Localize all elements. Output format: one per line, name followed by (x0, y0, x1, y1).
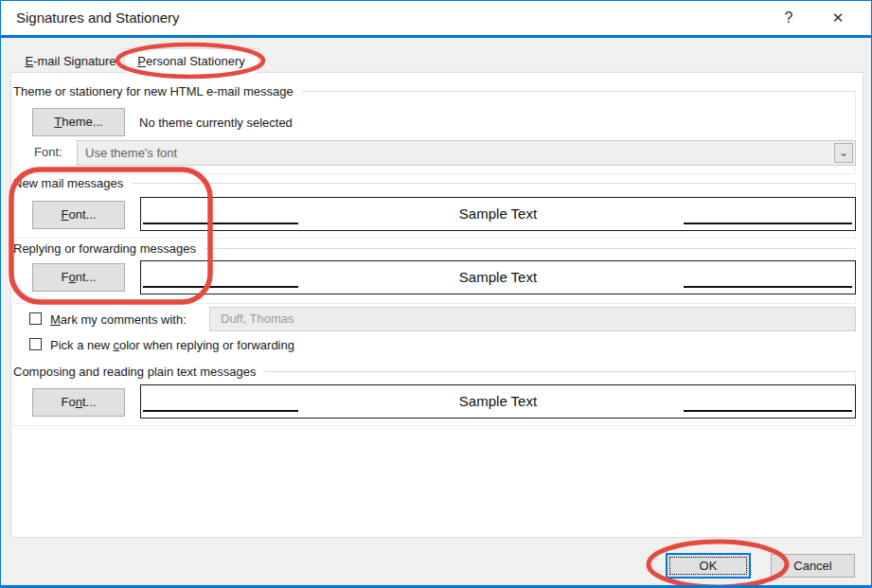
close-icon: ✕ (832, 9, 845, 26)
help-icon: ? (785, 9, 793, 26)
signatures-and-stationery-dialog: Signatures and Stationery ? ✕ E-mail Sig… (0, 0, 872, 588)
titlebar-accent-line (1, 35, 871, 38)
plain-text-group: Composing and reading plain text message… (13, 371, 856, 426)
tab-email-signature[interactable]: E-mail Signature (21, 52, 120, 72)
chevron-down-icon: ⌄ (834, 143, 853, 163)
theme-status-text: No theme currently selected (139, 116, 293, 131)
replying-forwarding-group: Replying or forwarding messages Font... … (13, 248, 856, 304)
theme-group-label: Theme or stationery for new HTML e-mail … (13, 83, 302, 99)
sample-preview-reply: Sample Text (140, 260, 856, 294)
sample-text: Sample Text (141, 385, 855, 418)
reply-group-label: Replying or forwarding messages (13, 241, 205, 257)
sample-preview-new-mail: Sample Text (140, 197, 856, 231)
theme-font-value: Use theme's font (85, 146, 177, 160)
font-button-reply[interactable]: Font... (32, 263, 125, 292)
mark-comments-label: Mark my comments with: (50, 312, 187, 328)
pick-color-checkbox[interactable] (29, 338, 42, 350)
pick-color-label: Pick a new color when replying or forwar… (50, 338, 294, 353)
theme-font-dropdown[interactable]: Use theme's font ⌄ (77, 140, 856, 166)
titlebar: Signatures and Stationery ? ✕ (1, 1, 871, 35)
plain-text-group-label: Composing and reading plain text message… (13, 364, 265, 380)
window-title: Signatures and Stationery (16, 9, 180, 26)
new-mail-messages-group: New mail messages Font... Sample Text (13, 183, 856, 239)
tab-personal-stationery[interactable]: Personal Stationery (124, 48, 258, 74)
font-button-plain-text[interactable]: Font... (32, 388, 125, 417)
theme-button[interactable]: Theme... (32, 108, 125, 136)
sample-text: Sample Text (141, 261, 855, 294)
sample-underline-right (684, 223, 852, 224)
sample-text: Sample Text (141, 198, 855, 230)
help-button[interactable]: ? (768, 1, 810, 35)
sample-underline-right (684, 410, 852, 412)
mark-comments-checkbox[interactable] (29, 312, 42, 325)
ok-button[interactable]: OK (666, 553, 751, 579)
sample-preview-plain-text: Sample Text (140, 384, 856, 419)
mark-comments-field[interactable]: Duff, Thomas (209, 307, 856, 331)
font-button-new-mail[interactable]: Font... (32, 201, 125, 229)
close-button[interactable]: ✕ (817, 1, 859, 35)
sample-underline-right (684, 286, 852, 288)
theme-group: Theme or stationery for new HTML e-mail … (13, 91, 856, 174)
new-mail-group-label: New mail messages (13, 175, 132, 191)
font-dropdown-label: Font: (34, 145, 62, 159)
cancel-button[interactable]: Cancel (771, 554, 855, 578)
